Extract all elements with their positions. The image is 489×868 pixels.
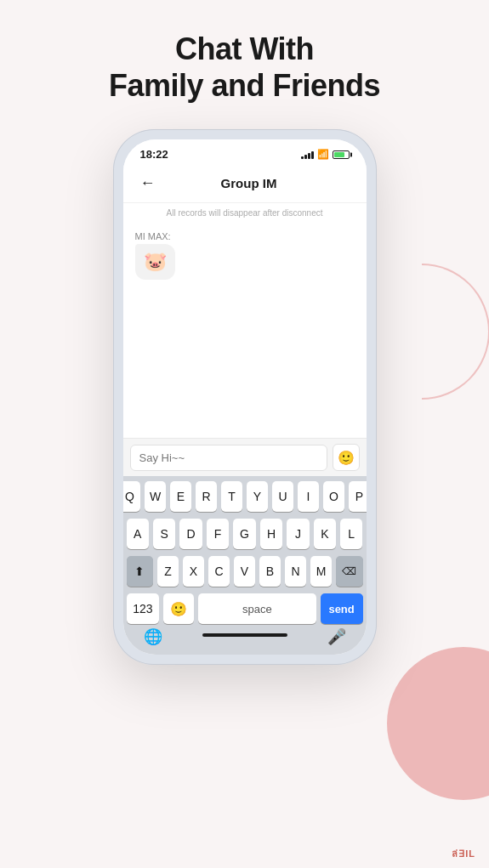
signal-bars-icon (301, 150, 314, 159)
key-O[interactable]: O (323, 481, 344, 512)
globe-icon[interactable]: 🌐 (144, 627, 162, 646)
key-D[interactable]: D (179, 519, 202, 549)
watermark: ล่∃IL (452, 846, 475, 861)
delete-key[interactable]: ⌫ (336, 556, 363, 587)
key-M[interactable]: M (310, 556, 332, 587)
key-S[interactable]: S (153, 519, 175, 549)
deco-circle-bottom (387, 647, 489, 800)
key-C[interactable]: C (208, 556, 230, 587)
status-icons: 📶 (301, 149, 350, 160)
microphone-icon[interactable]: 🎤 (327, 627, 346, 646)
home-indicator (202, 633, 287, 637)
key-I[interactable]: I (298, 481, 319, 512)
battery-icon (333, 150, 350, 159)
key-B[interactable]: B (259, 556, 281, 587)
key-N[interactable]: N (285, 556, 306, 587)
status-time: 18:22 (140, 148, 168, 161)
key-R[interactable]: R (196, 481, 217, 512)
key-X[interactable]: X (183, 556, 204, 587)
key-Q[interactable]: Q (123, 481, 141, 512)
message-item: MI MAX: 🐷 (135, 231, 355, 280)
chat-area: MI MAX: 🐷 (123, 223, 367, 438)
send-key[interactable]: send (321, 593, 363, 624)
key-W[interactable]: W (145, 481, 166, 512)
key-A[interactable]: A (127, 519, 149, 549)
emoji-keyboard-key[interactable]: 🙂 (163, 593, 194, 624)
key-U[interactable]: U (272, 481, 293, 512)
key-T[interactable]: T (221, 481, 242, 512)
keyboard-row-2: A S D F G H J K L (127, 519, 363, 549)
phone-screen: 18:22 📶 ← Group IM (123, 139, 367, 655)
keyboard-row-3: ⬆ Z X C V B N M ⌫ (127, 556, 363, 587)
wifi-icon: 📶 (317, 149, 329, 160)
battery-fill (334, 152, 344, 157)
keyboard: Q W E R T Y U I O P A S D F G (123, 476, 367, 655)
back-button[interactable]: ← (137, 171, 159, 196)
page-title: Chat With Family and Friends (0, 0, 489, 121)
header-title: Group IM (166, 176, 333, 190)
message-input[interactable] (130, 445, 327, 471)
input-area: 🙂 (123, 438, 367, 476)
key-Z[interactable]: Z (157, 556, 179, 587)
key-V[interactable]: V (234, 556, 255, 587)
chat-header: ← Group IM (123, 164, 367, 203)
key-J[interactable]: J (287, 519, 309, 549)
key-L[interactable]: L (340, 519, 362, 549)
key-F[interactable]: F (207, 519, 229, 549)
key-E[interactable]: E (170, 481, 191, 512)
key-P[interactable]: P (349, 481, 367, 512)
key-H[interactable]: H (260, 519, 282, 549)
chat-info: All records will disappear after disconn… (123, 203, 367, 223)
phone-frame: 18:22 📶 ← Group IM (113, 129, 377, 665)
keyboard-system-row: 🌐 🎤 (127, 624, 363, 651)
space-key[interactable]: space (198, 593, 316, 624)
key-G[interactable]: G (233, 519, 255, 549)
phone-wrapper: 18:22 📶 ← Group IM (0, 121, 489, 665)
emoji-button[interactable]: 🙂 (333, 444, 360, 471)
emoji-icon: 🙂 (338, 450, 355, 466)
message-bubble: 🐷 (135, 244, 175, 280)
notch (202, 139, 287, 155)
keyboard-bottom-row: 123 🙂 space send (127, 593, 363, 624)
message-sender: MI MAX: (135, 231, 355, 241)
keyboard-row-1: Q W E R T Y U I O P (127, 481, 363, 512)
num-key[interactable]: 123 (127, 593, 160, 624)
key-Y[interactable]: Y (247, 481, 268, 512)
key-K[interactable]: K (314, 519, 336, 549)
shift-key[interactable]: ⬆ (127, 556, 154, 587)
